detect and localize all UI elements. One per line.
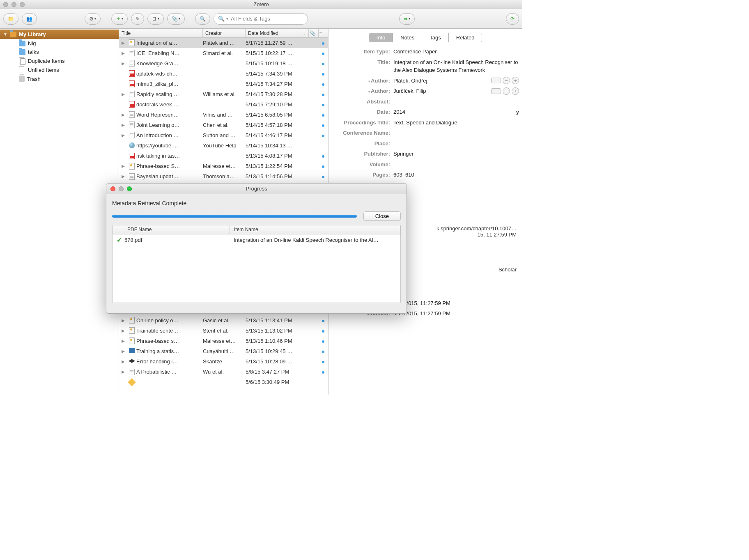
expand-toggle[interactable]: ▶: [119, 112, 127, 117]
item-date: 5/15/15 10:19:18 …: [246, 60, 309, 67]
locate-button[interactable]: ➡▾: [399, 13, 415, 25]
tab-info[interactable]: Info: [369, 33, 393, 42]
sort-desc-icon: ⌄: [303, 31, 306, 35]
item-row[interactable]: risk taking in tas…5/13/15 4:08:17 PM: [119, 151, 328, 161]
expand-toggle[interactable]: ▶: [119, 359, 127, 364]
expand-toggle[interactable]: ▶: [119, 174, 127, 179]
item-title: Trainable sente…: [136, 328, 203, 334]
swap-name-button[interactable]: [491, 78, 501, 83]
expand-toggle[interactable]: ▶: [119, 370, 127, 374]
actions-button[interactable]: ⚙︎▾: [85, 13, 101, 25]
item-row[interactable]: ▶Error handling i…Skantze5/13/15 10:28:0…: [119, 356, 328, 367]
col-creator[interactable]: Creator: [203, 29, 246, 37]
item-has-dot: [319, 358, 328, 365]
item-row[interactable]: ▶On-line policy o…Gasic et al.5/13/15 1:…: [119, 315, 328, 326]
item-creator: Vilnis and …: [203, 112, 246, 118]
expand-toggle[interactable]: ▶: [119, 51, 127, 55]
item-row[interactable]: https://youtube.…YouTube Help5/14/15 10:…: [119, 140, 328, 151]
item-creator: Stent et al.: [203, 328, 246, 334]
field-volume: Volume:: [332, 159, 519, 170]
sidebar-item-label: Trash: [27, 76, 41, 82]
item-row[interactable]: ▶Training a statis…Cuayáhuitl …5/13/15 1…: [119, 346, 328, 356]
expand-toggle[interactable]: ▶: [119, 349, 127, 353]
advanced-search-button[interactable]: 🔍: [195, 13, 210, 25]
item-title: A Probabilistic …: [136, 369, 203, 375]
item-row[interactable]: ▶An introduction …Sutton and …5/14/15 4:…: [119, 130, 328, 140]
doc-icon: [127, 50, 136, 56]
item-date: 5/6/15 3:30:49 PM: [246, 379, 309, 385]
item-row[interactable]: ▶Phrase-based s…Mairesse et…5/13/15 1:10…: [119, 336, 328, 346]
expand-toggle[interactable]: ▶: [119, 123, 127, 127]
expand-toggle[interactable]: ▶: [119, 339, 127, 343]
progress-row[interactable]: ✔ 578.pdf Integration of an On-line Kald…: [113, 234, 400, 246]
add-author-button[interactable]: +: [512, 77, 519, 84]
expand-toggle[interactable]: ▶: [119, 318, 127, 323]
item-has-dot: [319, 71, 328, 77]
item-row[interactable]: ▶Rapidly scaling …Williams et al.5/14/15…: [119, 89, 328, 99]
expand-toggle[interactable]: ▶: [119, 61, 127, 66]
col-date[interactable]: Date Modified⌄: [246, 29, 309, 37]
remove-author-button[interactable]: −: [503, 87, 510, 95]
expand-toggle[interactable]: ▶: [119, 41, 127, 45]
tab-related[interactable]: Related: [449, 33, 482, 42]
col-attachment[interactable]: 📎: [309, 29, 319, 37]
col-item-name[interactable]: Item Name: [230, 225, 400, 234]
item-row[interactable]: ▶Joint Learning o…Chen et al.5/14/15 4:5…: [119, 120, 328, 130]
tab-tags[interactable]: Tags: [422, 33, 448, 42]
item-row[interactable]: ▶Knowledge Gra…5/15/15 10:19:18 …: [119, 58, 328, 69]
item-date: 5/14/15 4:46:17 PM: [246, 132, 309, 138]
new-collection-button[interactable]: 📁: [3, 13, 18, 25]
item-date: 5/13/15 1:14:56 PM: [246, 173, 309, 179]
remove-author-button[interactable]: −: [503, 77, 510, 84]
expand-toggle[interactable]: ▶: [119, 133, 127, 138]
item-date: 5/14/15 10:34:13 …: [246, 142, 309, 149]
add-author-button[interactable]: +: [512, 87, 519, 95]
item-has-dot: [319, 338, 328, 344]
doc-icon: [127, 122, 136, 128]
item-row[interactable]: 5/6/15 3:30:49 PM: [119, 377, 328, 388]
item-row[interactable]: doctorals week …5/14/15 7:29:10 PM: [119, 99, 328, 110]
expand-toggle[interactable]: ▶: [119, 164, 127, 168]
item-row[interactable]: oplatek-wds-ch…5/14/15 7:34:39 PM: [119, 69, 328, 79]
new-note-button[interactable]: 🗒▾: [147, 13, 164, 25]
expand-toggle[interactable]: ▶: [119, 92, 127, 96]
item-row[interactable]: mlmu3_zilka_pl…5/14/15 7:34:27 PM: [119, 79, 328, 89]
search-icon: 🔍: [200, 16, 206, 22]
tab-notes[interactable]: Notes: [393, 33, 422, 42]
field-item-type: Item Type: Conference Paper: [332, 46, 519, 57]
sidebar-item-nlg[interactable]: Nlg: [0, 39, 119, 48]
item-row[interactable]: ▶Trainable sente…Stent et al.5/13/15 1:1…: [119, 326, 328, 336]
new-item-button[interactable]: ＋▾: [111, 13, 128, 25]
close-button[interactable]: Close: [363, 211, 401, 221]
my-library-header[interactable]: ▼ My Library: [0, 30, 119, 39]
add-by-id-button[interactable]: ✎: [131, 13, 144, 25]
item-has-dot: [319, 40, 328, 46]
sync-button[interactable]: ⟳: [506, 13, 519, 25]
search-field-wrap[interactable]: 🔍 ▾: [214, 13, 308, 25]
disclosure-icon: ▼: [3, 32, 7, 37]
col-pdf-name[interactable]: PDF Name: [113, 225, 230, 234]
item-row[interactable]: ▶ICE: Enabling N…Simard et al.5/15/15 10…: [119, 48, 328, 58]
search-dropdown-icon[interactable]: ▾: [226, 17, 228, 21]
item-row[interactable]: ▶Integration of a…Plátek and …5/17/15 11…: [119, 38, 328, 48]
sidebar-item-duplicate[interactable]: Duplicate Items: [0, 56, 119, 65]
item-row[interactable]: ▶Bayesian updat…Thomson a…5/13/15 1:14:5…: [119, 172, 328, 182]
search-input[interactable]: [231, 16, 303, 22]
item-row[interactable]: ▶Phrase-based S…Mairesse et…5/13/15 1:22…: [119, 161, 328, 172]
expand-toggle[interactable]: ▶: [119, 328, 127, 333]
swap-name-button[interactable]: [491, 88, 501, 94]
col-has[interactable]: ≡: [319, 29, 328, 37]
sidebar-item-unfiled[interactable]: Unfiled Items: [0, 65, 119, 74]
item-title: risk taking in tas…: [136, 153, 203, 159]
item-row[interactable]: ▶Word Represen…Vilnis and …5/14/15 6:58:…: [119, 110, 328, 120]
sidebar-item-talks[interactable]: talks: [0, 48, 119, 56]
attachment-button[interactable]: 📎▾: [167, 13, 185, 25]
col-title[interactable]: Title: [119, 29, 203, 37]
item-has-dot: [319, 163, 328, 169]
progress-status: Metadata Retrieval Complete: [112, 200, 401, 207]
item-row[interactable]: ▶A Probabilistic …Wu et al.5/8/15 3:47:2…: [119, 367, 328, 377]
sidebar-item-trash[interactable]: Trash: [0, 74, 119, 83]
field-publisher: Publisher:Springer: [332, 149, 519, 159]
new-group-button[interactable]: 👥: [22, 13, 37, 25]
item-has-dot: [319, 101, 328, 108]
